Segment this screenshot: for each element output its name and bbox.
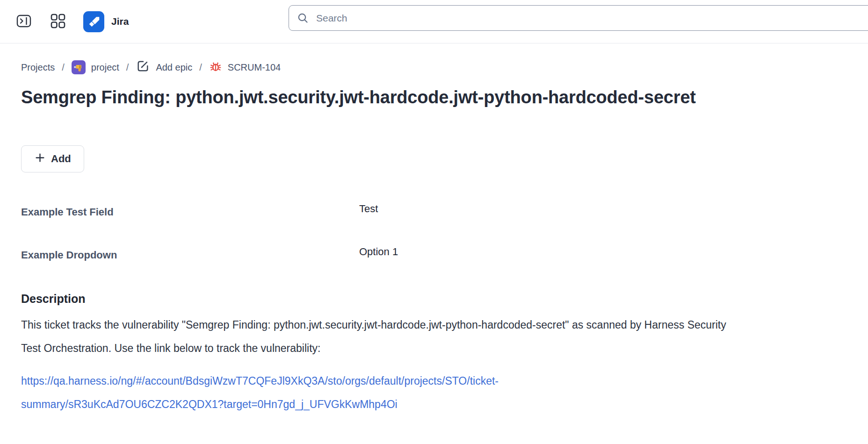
- expand-sidebar-icon: [15, 13, 32, 31]
- example-dropdown-label: Example Dropdown: [21, 249, 359, 261]
- bug-icon: [209, 60, 222, 75]
- breadcrumb-add-epic-label: Add epic: [156, 62, 192, 73]
- app-switcher-grid-icon: [50, 13, 66, 31]
- add-button[interactable]: Add: [21, 145, 84, 172]
- vulnerability-link[interactable]: https://qa.harness.io/ng/#/account/Bdsgi…: [21, 369, 629, 416]
- search-input[interactable]: [289, 5, 868, 31]
- app-switcher-button[interactable]: [50, 13, 66, 31]
- example-test-field-value[interactable]: Test: [359, 203, 378, 215]
- field-row: Example Test Field Test: [21, 206, 847, 218]
- search-container: [289, 5, 868, 31]
- breadcrumb-issue-link[interactable]: SCRUM-104: [209, 60, 281, 75]
- example-test-field-label: Example Test Field: [21, 206, 359, 218]
- add-button-label: Add: [51, 153, 71, 165]
- example-dropdown-value[interactable]: Option 1: [359, 246, 398, 258]
- top-navigation-bar: Jira: [0, 0, 868, 43]
- description-heading: Description: [21, 292, 847, 306]
- custom-fields: Example Test Field Test Example Dropdown…: [21, 206, 847, 261]
- breadcrumb-separator: /: [199, 62, 202, 73]
- expand-sidebar-button[interactable]: [15, 13, 32, 31]
- edit-epic-icon: [136, 59, 150, 76]
- breadcrumb-separator: /: [62, 62, 65, 73]
- jira-logo-icon: [83, 11, 104, 32]
- breadcrumb: Projects / project / Add epic /: [21, 59, 847, 76]
- breadcrumb-project-link[interactable]: project: [72, 60, 119, 74]
- breadcrumb-add-epic-link[interactable]: Add epic: [136, 59, 192, 76]
- field-row: Example Dropdown Option 1: [21, 249, 847, 261]
- issue-title[interactable]: Semgrep Finding: python.jwt.security.jwt…: [21, 86, 751, 109]
- breadcrumb-projects-label: Projects: [21, 62, 55, 73]
- project-avatar-drill-icon: [72, 60, 86, 74]
- breadcrumb-projects-link[interactable]: Projects: [21, 62, 55, 73]
- jira-home-link[interactable]: Jira: [83, 11, 129, 32]
- app-title: Jira: [111, 16, 129, 27]
- breadcrumb-project-label: project: [91, 62, 119, 73]
- breadcrumb-issue-key: SCRUM-104: [228, 62, 281, 73]
- issue-content: Semgrep Finding: python.jwt.security.jwt…: [0, 86, 868, 416]
- plus-icon: [34, 152, 46, 166]
- description-body[interactable]: This ticket tracks the vulnerability "Se…: [21, 313, 727, 360]
- breadcrumb-separator: /: [126, 62, 129, 73]
